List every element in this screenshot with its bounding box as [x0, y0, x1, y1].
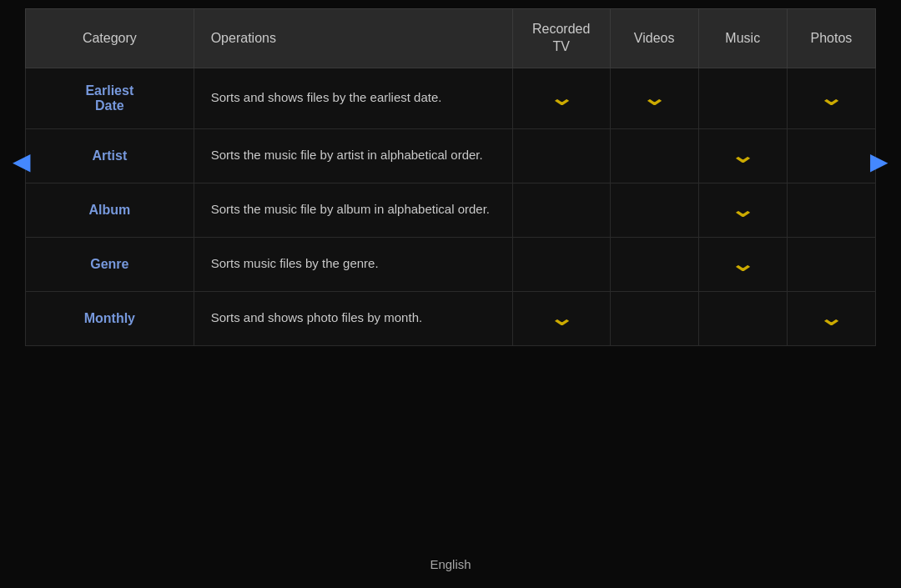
header-category: Category [26, 9, 194, 68]
operations-cell-2: Sorts the music file by album in alphabe… [194, 183, 512, 237]
photos-checkmark-0: ⌄ [818, 87, 843, 110]
videos-cell-2 [610, 183, 698, 237]
music-cell-3: ⌄ [698, 237, 787, 291]
category-cell-4: Monthly [26, 291, 194, 345]
page-container: ◀ ▶ Category Operations RecordedTV Video… [0, 0, 901, 588]
table-wrapper: Category Operations RecordedTV Videos Mu… [0, 8, 901, 346]
recorded-tv-cell-2 [512, 183, 610, 237]
music-cell-1: ⌄ [698, 128, 787, 183]
table-row: EarliestDateSorts and shows files by the… [26, 68, 876, 128]
music-checkmark-1: ⌄ [730, 144, 755, 168]
recorded-tv-cell-0: ⌄ [512, 68, 610, 128]
music-cell-0 [698, 68, 787, 128]
music-checkmark-2: ⌄ [730, 199, 755, 222]
videos-cell-1 [610, 128, 698, 183]
photos-cell-3 [787, 237, 875, 291]
operations-cell-4: Sorts and shows photo files by month. [194, 291, 512, 345]
operations-cell-1: Sorts the music file by artist in alphab… [194, 128, 512, 183]
photos-cell-0: ⌄ [787, 68, 875, 128]
photos-checkmark-4: ⌄ [818, 307, 843, 330]
recorded-tv-cell-3 [512, 237, 610, 291]
nav-arrow-right[interactable]: ▶ [862, 138, 897, 183]
table-row: AlbumSorts the music file by album in al… [26, 183, 876, 237]
header-videos: Videos [610, 9, 698, 68]
footer-language: English [430, 557, 471, 571]
videos-cell-4 [610, 291, 698, 345]
table-row: GenreSorts music files by the genre.⌄ [26, 237, 876, 291]
header-operations: Operations [194, 9, 512, 68]
photos-cell-4: ⌄ [787, 291, 875, 345]
videos-cell-3 [610, 237, 698, 291]
table-row: MonthlySorts and shows photo files by mo… [26, 291, 876, 345]
music-cell-2: ⌄ [698, 183, 787, 237]
videos-cell-0: ⌄ [610, 68, 698, 128]
category-cell-2: Album [26, 183, 194, 237]
header-music: Music [698, 9, 787, 68]
operations-cell-0: Sorts and shows files by the earliest da… [194, 68, 512, 128]
recorded-tv-cell-4: ⌄ [512, 291, 610, 345]
table-row: ArtistSorts the music file by artist in … [26, 128, 876, 183]
recorded-tv-checkmark-4: ⌄ [549, 307, 574, 330]
music-cell-4 [698, 291, 787, 345]
photos-cell-2 [787, 183, 875, 237]
category-cell-3: Genre [26, 237, 194, 291]
operations-cell-3: Sorts music files by the genre. [194, 237, 512, 291]
header-photos: Photos [787, 9, 875, 68]
recorded-tv-cell-1 [512, 128, 610, 183]
nav-arrow-left[interactable]: ◀ [4, 138, 39, 183]
videos-checkmark-0: ⌄ [642, 87, 667, 110]
music-checkmark-3: ⌄ [730, 253, 755, 276]
header-recorded-tv: RecordedTV [512, 9, 610, 68]
recorded-tv-checkmark-0: ⌄ [549, 87, 574, 110]
category-cell-1: Artist [26, 128, 194, 183]
category-cell-0: EarliestDate [26, 68, 194, 128]
main-table: Category Operations RecordedTV Videos Mu… [25, 8, 876, 346]
